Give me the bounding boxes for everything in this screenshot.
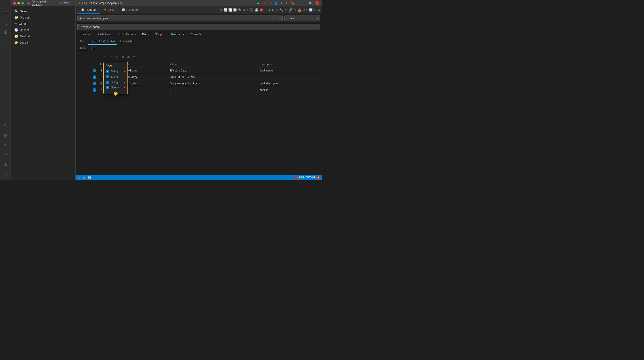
dropdown-item-3[interactable]: ✓ String ▾: [104, 79, 128, 85]
share-icon[interactable]: 📤: [298, 8, 301, 12]
sub-tab-form-data[interactable]: Form-data: [118, 38, 135, 45]
copilot-icon[interactable]: ✈: [285, 1, 288, 5]
dropfile-item[interactable]: 📂 Drop fi: [11, 39, 75, 45]
sub-tab-form-url[interactable]: Form URL-Encoded: [88, 38, 118, 45]
gear-icon[interactable]: ⚙: [318, 8, 320, 12]
tab-console[interactable]: Console: [188, 31, 204, 38]
goto-item[interactable]: ➡ Go to F: [11, 20, 75, 27]
email-icon[interactable]: [2, 151, 9, 159]
settings-button2[interactable]: ⚙: [126, 55, 131, 60]
row2-checkbox[interactable]: ✓: [93, 75, 96, 79]
svg-rect-4: [5, 32, 7, 34]
search-item[interactable]: 🔍 Search: [11, 8, 75, 14]
tab-response[interactable]: > Response: [166, 31, 188, 38]
recent-item[interactable]: 🕐 Recent: [11, 27, 75, 33]
undo-icon[interactable]: ↩: [276, 8, 278, 12]
sort-button[interactable]: ⇅: [132, 55, 137, 60]
toolbar-icon-3[interactable]: 📈: [228, 8, 232, 12]
move-row-button[interactable]: ⤢: [109, 55, 114, 60]
refresh-icon[interactable]: 🔃: [309, 8, 312, 12]
delete-icon[interactable]: 🔴: [260, 8, 263, 12]
toolbar-icon-2[interactable]: 📊: [224, 8, 227, 12]
dropdown-item-1[interactable]: ✓ String ▾: [104, 69, 128, 74]
folder-icon[interactable]: [2, 9, 9, 16]
row1-checkbox[interactable]: ✓: [93, 69, 96, 72]
tab-request[interactable]: 📋 Request: [77, 6, 100, 14]
bookmark-icon[interactable]: 🔖: [291, 1, 294, 5]
text-icon[interactable]: T: [2, 142, 9, 149]
row4-desc: book id: [258, 87, 320, 93]
ellipsis-icon[interactable]: ···: [2, 38, 9, 45]
run-icon[interactable]: ▶: [257, 1, 259, 5]
copy-button[interactable]: ⎘: [114, 55, 120, 60]
status-bar: ⎇ main 🔄 3 3484 of 5800M m: [76, 175, 322, 180]
sub-tab-raw[interactable]: Raw: [77, 38, 88, 45]
view-tab-table[interactable]: Table: [77, 46, 88, 51]
env-chevron: ▾: [317, 17, 318, 20]
navigate-item[interactable]: 🧭 Navigat: [11, 33, 75, 39]
add-env-icon[interactable]: ⊕: [268, 8, 271, 12]
timer-icon[interactable]: ⏱: [294, 8, 296, 12]
tab-navigate[interactable]: 🧭 Navigate: [118, 6, 141, 14]
dropdown-item-4[interactable]: ✓ Number ▾: [104, 85, 128, 90]
close-button[interactable]: [14, 2, 16, 4]
play2-icon[interactable]: ▷: [314, 8, 316, 12]
row4-checkbox[interactable]: ✓: [93, 88, 96, 92]
notification-icon[interactable]: C: [315, 1, 319, 5]
project-select[interactable]: ◉ fast-request-samples ▾: [77, 15, 283, 21]
bell-icon[interactable]: [2, 122, 9, 129]
url-bar[interactable]: P /book/update: [77, 24, 320, 30]
maximize-button[interactable]: [22, 2, 24, 4]
item1-checkbox: ✓: [106, 70, 109, 73]
dropfile-icon: 📂: [14, 41, 18, 44]
top-title-bar: ⚡ FastRequestSamplesApplication ▾ ▶ 🐞 ⋯ …: [76, 0, 322, 6]
project-item[interactable]: 📁 Project: [11, 14, 75, 20]
duplicate-icon[interactable]: ⊞: [272, 8, 274, 12]
save-icon[interactable]: 💾: [255, 8, 258, 12]
tab-script[interactable]: Script: [152, 31, 166, 38]
add-row-button[interactable]: +: [91, 55, 96, 60]
send-chevron[interactable]: ▾: [247, 8, 248, 11]
globe-icon[interactable]: [2, 132, 9, 139]
link-icon[interactable]: 🔗: [288, 8, 292, 12]
remove-row-button[interactable]: −: [97, 55, 102, 60]
forward-icon[interactable]: →: [303, 1, 306, 5]
paste-button[interactable]: ⊞: [120, 55, 125, 60]
merge-icon[interactable]: M: [302, 8, 305, 12]
back-icon[interactable]: ←: [297, 1, 300, 5]
minimize-button[interactable]: [18, 2, 20, 4]
toolbar-icon-1[interactable]: ⊕: [220, 8, 222, 12]
search-label: Search: [20, 9, 29, 13]
more-options-icon[interactable]: ⋯: [264, 8, 267, 11]
checkbox-toggle[interactable]: ☐: [103, 55, 108, 60]
toolbar-icon-4[interactable]: 🔄: [233, 8, 237, 12]
translate-icon[interactable]: A: [281, 1, 283, 5]
toolbar-icon-5[interactable]: 🔍: [238, 8, 242, 12]
row3-checkbox[interactable]: ✓: [93, 82, 96, 85]
env-select[interactable]: E local ▾: [284, 15, 320, 21]
stop-icon[interactable]: ⬛: [250, 8, 253, 12]
left-panel: 🔖 fast-request-samples ▾ ⎇ main ▾ 🔍 Sear…: [11, 0, 76, 180]
tab-headers[interactable]: Headers: [77, 31, 94, 38]
more-icon[interactable]: ⋯: [268, 1, 272, 5]
upload-icon[interactable]: ⬆: [285, 8, 287, 12]
project-icon2: ◉: [80, 17, 82, 20]
dropdown-item-2[interactable]: ✓ String ▾: [104, 74, 128, 79]
settings-icon[interactable]: [2, 171, 9, 178]
tab-path-param[interactable]: Path Param: [94, 31, 116, 38]
merge-chevron[interactable]: ▾: [306, 8, 308, 11]
tab-url-params[interactable]: URL Params: [116, 31, 139, 38]
tab-body[interactable]: Body: [139, 31, 152, 38]
apis-label: APIs: [108, 8, 114, 11]
redo-icon[interactable]: 🔧: [280, 8, 283, 12]
view-tab-text[interactable]: Text: [88, 46, 98, 51]
account-icon[interactable]: 👤: [274, 1, 278, 5]
send-button[interactable]: ▶: [244, 8, 246, 12]
extensions-icon[interactable]: [2, 29, 9, 36]
find-icon[interactable]: 🔍: [309, 1, 312, 5]
bug-icon[interactable]: 🐞: [262, 1, 266, 5]
clock-icon[interactable]: [2, 161, 9, 168]
search-icon[interactable]: [2, 20, 9, 27]
tab-apis[interactable]: ⚡ APIs: [100, 6, 118, 14]
item2-chevron: ▾: [124, 76, 125, 78]
